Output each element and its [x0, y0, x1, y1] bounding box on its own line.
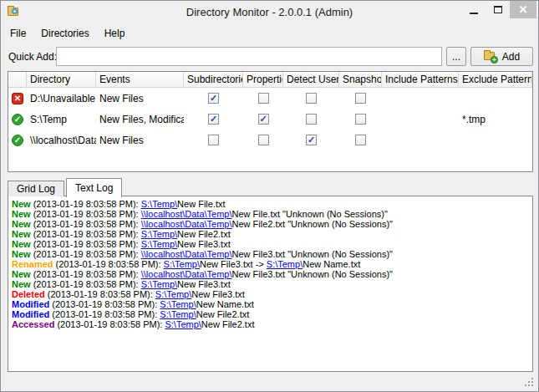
detect-users-checkbox[interactable]: ✓	[306, 135, 317, 145]
log-action-label: New	[12, 229, 31, 239]
close-icon: ✕	[519, 4, 528, 15]
detect-users-checkbox[interactable]: ✓	[306, 114, 317, 125]
exclude-patterns-cell: *.tmp	[459, 114, 532, 125]
snapshot-checkbox[interactable]: ✓	[355, 135, 366, 145]
column-header-icon[interactable]	[8, 72, 27, 87]
menu-item-file[interactable]: File	[3, 25, 33, 42]
log-timestamp: (2013-01-19 8:03:58 PM):	[31, 269, 141, 279]
log-timestamp: (2013-01-19 8:03:58 PM):	[45, 289, 155, 299]
title-bar: Directory Monitor - 2.0.0.1 (Admin) ✕	[1, 1, 538, 23]
log-timestamp: (2013-01-19 8:03:58 PM):	[31, 239, 141, 249]
column-header-include-patterns[interactable]: Include Patterns	[382, 72, 459, 87]
log-timestamp: (2013-01-19 8:03:58 PM):	[31, 209, 141, 219]
log-action-label: New	[12, 209, 31, 219]
subdirectories-cell: ✓	[184, 135, 243, 145]
minimize-button[interactable]	[461, 1, 486, 18]
log-timestamp: (2013-01-19 8:03:58 PM):	[49, 309, 160, 319]
log-line: New (2013-01-19 8:03:58 PM): \\localhost…	[12, 219, 529, 229]
properties-checkbox[interactable]: ✓	[258, 135, 269, 145]
log-path-link[interactable]: S:\Temp\	[141, 229, 177, 239]
snapshot-cell: ✓	[339, 93, 382, 104]
properties-cell: ✓	[243, 114, 283, 125]
add-button[interactable]: + Add	[470, 47, 533, 66]
detect-users-cell: ✓	[283, 114, 339, 125]
log-action-label: Renamed	[12, 259, 53, 269]
log-path-link[interactable]: \\localhost\Data\Temp\	[141, 219, 232, 229]
log-path-link[interactable]: S:\Temp\	[160, 299, 196, 309]
properties-cell: ✓	[243, 93, 283, 104]
log-path-link[interactable]: S:\Temp\	[155, 289, 191, 299]
log-action-label: Accessed	[12, 319, 54, 329]
log-path-link[interactable]: S:\Temp\	[164, 259, 200, 269]
log-line: Modified (2013-01-19 8:03:58 PM): S:\Tem…	[12, 299, 529, 309]
log-path-link[interactable]: S:\Temp\	[141, 239, 177, 249]
log-action-label: Modified	[12, 299, 49, 309]
table-row[interactable]: ✓S:\TempNew Files, Modificatio...✓✓✓✓*.t…	[8, 109, 532, 130]
check-mark-icon: ✓	[210, 94, 217, 103]
log-path-link[interactable]: S:\Temp\	[141, 199, 177, 209]
column-header-events[interactable]: Events	[96, 72, 184, 87]
resize-grip[interactable]	[524, 377, 534, 387]
directory-cell: D:\Unavailable	[27, 93, 96, 104]
log-path-link[interactable]: S:\Temp\	[141, 279, 177, 289]
log-action-label: New	[12, 199, 31, 209]
column-header-detect-users[interactable]: Detect Users	[283, 72, 339, 87]
subdirectories-cell: ✓	[184, 93, 243, 104]
tab-text-log[interactable]: Text Log	[66, 178, 122, 197]
window-title: Directory Monitor - 2.0.0.1 (Admin)	[1, 6, 538, 18]
log-path-link[interactable]: \\localhost\Data\Temp\	[141, 269, 232, 279]
log-text: New File2.txt "Unknown (No Sessions)"	[232, 219, 393, 229]
log-path-link[interactable]: \\localhost\Data\Temp\	[141, 209, 232, 219]
snapshot-checkbox[interactable]: ✓	[355, 93, 366, 104]
column-header-exclude-patterns[interactable]: Exclude Patterns	[459, 72, 532, 87]
snapshot-checkbox[interactable]: ✓	[355, 114, 366, 125]
log-text: New File2.txt	[201, 319, 255, 329]
menu-item-directories[interactable]: Directories	[33, 25, 96, 42]
quick-add-label: Quick Add:	[8, 51, 57, 63]
log-path-link[interactable]: S:\Temp\	[267, 259, 303, 269]
log-path-link[interactable]: S:\Temp\	[165, 319, 201, 329]
column-header-snapshot[interactable]: Snapshot	[339, 72, 382, 87]
detect-users-cell: ✓	[283, 135, 339, 145]
log-path-link[interactable]: S:\Temp\	[160, 309, 196, 319]
log-path-link[interactable]: \\localhost\Data\Temp\	[141, 249, 232, 259]
log-text: New File2.txt	[177, 229, 231, 239]
log-line: New (2013-01-19 8:03:58 PM): S:\Temp\New…	[12, 239, 529, 249]
text-log-panel[interactable]: New (2013-01-19 8:03:58 PM): S:\Temp\New…	[8, 196, 533, 372]
subdirectories-checkbox[interactable]: ✓	[208, 135, 219, 145]
log-action-label: New	[12, 249, 31, 259]
subdirectories-checkbox[interactable]: ✓	[208, 114, 219, 125]
log-timestamp: (2013-01-19 8:03:58 PM):	[31, 249, 141, 259]
column-header-directory[interactable]: Directory	[27, 72, 96, 87]
detect-users-checkbox[interactable]: ✓	[306, 93, 317, 104]
subdirectories-checkbox[interactable]: ✓	[208, 93, 219, 104]
log-text: New Name.txt	[303, 259, 360, 269]
minimize-icon	[470, 13, 478, 14]
log-timestamp: (2013-01-19 8:03:58 PM):	[31, 199, 141, 209]
table-row[interactable]: ✕D:\UnavailableNew Files✓✓✓✓	[8, 88, 532, 109]
tab-grid-log[interactable]: Grid Log	[8, 181, 64, 196]
status-strip	[2, 372, 537, 390]
column-header-subdirectories[interactable]: Subdirectories	[184, 72, 243, 87]
log-line: New (2013-01-19 8:03:58 PM): \\localhost…	[12, 249, 529, 259]
log-action-label: Deleted	[12, 289, 45, 299]
log-line: Renamed (2013-01-19 8:03:58 PM): S:\Temp…	[12, 259, 529, 269]
log-action-label: New	[12, 219, 31, 229]
quick-add-input[interactable]	[56, 47, 442, 66]
log-line: Deleted (2013-01-19 8:03:58 PM): S:\Temp…	[12, 289, 529, 299]
detect-users-cell: ✓	[283, 93, 339, 104]
properties-checkbox[interactable]: ✓	[258, 114, 269, 125]
log-line: New (2013-01-19 8:03:58 PM): S:\Temp\New…	[12, 229, 529, 239]
close-button[interactable]: ✕	[510, 1, 536, 18]
events-cell: New Files	[96, 93, 184, 104]
add-button-label: Add	[502, 51, 520, 63]
events-cell: New Files, Modificatio...	[96, 114, 184, 125]
log-text: New File3.txt ->	[200, 259, 267, 269]
log-timestamp: (2013-01-19 8:03:58 PM):	[31, 229, 141, 239]
column-header-properties[interactable]: Properties	[243, 72, 283, 87]
maximize-button[interactable]	[486, 1, 510, 18]
properties-checkbox[interactable]: ✓	[258, 93, 269, 104]
table-row[interactable]: ✓\\localhost\DataNew Files✓✓✓✓	[8, 130, 532, 150]
menu-item-help[interactable]: Help	[97, 25, 133, 42]
browse-button[interactable]: ...	[446, 47, 466, 66]
